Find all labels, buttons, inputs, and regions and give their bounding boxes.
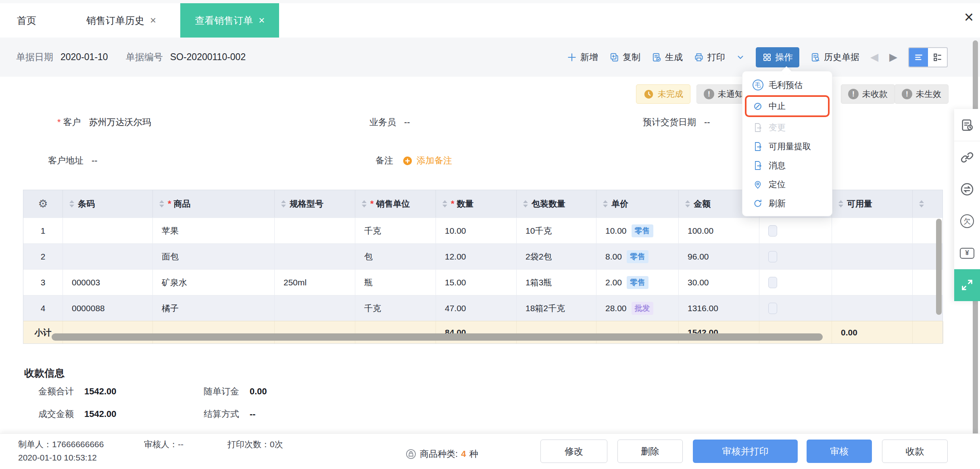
clock-icon: [643, 89, 654, 100]
tab-home[interactable]: 首页: [2, 3, 51, 38]
window-close-icon[interactable]: ×: [964, 9, 974, 25]
audit-and-print-button[interactable]: 审核并打印: [693, 440, 798, 463]
delivery-date-value: --: [704, 117, 710, 128]
next-doc-arrow-icon[interactable]: ▶: [889, 51, 897, 63]
delivery-date-field: 预计交货日期 --: [643, 116, 710, 128]
subtotal-available: 0.00: [832, 321, 913, 343]
transfer-button[interactable]: [954, 173, 980, 205]
column-settings-header: ⚙: [23, 190, 63, 218]
history-docs-button[interactable]: 历史单据: [810, 51, 859, 63]
money-button[interactable]: ¥: [954, 237, 980, 269]
add-remark-button[interactable]: 添加备注: [402, 155, 452, 167]
header-price: 单价: [596, 190, 679, 218]
receive-payment-button[interactable]: 收款: [882, 440, 948, 463]
print-button[interactable]: 打印: [694, 51, 725, 63]
sort-icon[interactable]: [685, 200, 690, 207]
message-icon: [753, 161, 763, 170]
copy-button[interactable]: 复制: [609, 51, 640, 63]
status-badge-ineffective: ! 未生效: [895, 84, 949, 104]
sort-icon[interactable]: [603, 200, 608, 207]
doc-clock-icon: [960, 118, 974, 132]
print-count-value: 0次: [270, 440, 283, 449]
menu-item-locate[interactable]: 定位: [742, 175, 832, 194]
menu-item-message[interactable]: 消息: [742, 156, 832, 175]
order-log-button[interactable]: [954, 109, 980, 141]
list-view-button[interactable]: [909, 48, 928, 67]
table-row: 3 000003 矿泉水 250ml 瓶 15.00 1箱3瓶 2.00零售 3…: [23, 269, 942, 295]
close-icon[interactable]: ×: [150, 14, 156, 27]
expand-button[interactable]: [954, 269, 980, 301]
card-view-button[interactable]: [928, 48, 947, 67]
price-type-badge: 零售: [627, 276, 648, 289]
delete-button[interactable]: 删除: [617, 440, 683, 463]
header-available: 可用量: [832, 190, 913, 218]
yen-ticket-icon: ¥: [960, 248, 974, 259]
table-row: 1 苹果 千克 10.00 10千克 10.00零售 100.00: [23, 218, 942, 243]
menu-item-refresh[interactable]: 刷新: [742, 194, 832, 213]
plus-icon: [567, 52, 577, 63]
created-time: 2020-01-10 10:53:12: [18, 453, 97, 463]
product-cell: 矿泉水: [153, 270, 275, 295]
status-badge-unfinished: 未完成: [636, 84, 690, 104]
creator-value: 17666666666: [52, 440, 104, 449]
header-barcode: 条码: [63, 190, 153, 218]
print-icon: [694, 52, 704, 63]
sort-icon[interactable]: [362, 200, 367, 207]
menu-item-abort[interactable]: ⊘ 中止: [745, 95, 830, 117]
deposit-field: 随单订金 0.00: [204, 385, 267, 398]
table-row: 2 面包 包 12.00 2袋2包 8.00零售 96.00: [23, 243, 942, 269]
horizontal-scrollbar[interactable]: [52, 333, 823, 341]
tab-view-sales-order[interactable]: 查看销售订单 ×: [180, 3, 279, 38]
category-count-info: 商品种类: 4 种: [405, 448, 478, 460]
sort-icon[interactable]: [919, 200, 924, 207]
deal-amount-field: 成交金额 1542.00: [38, 408, 117, 420]
history-doc-icon: [810, 52, 821, 63]
action-button[interactable]: 操作: [756, 47, 799, 67]
debt-icon: 欠: [960, 214, 974, 228]
address-field: 客户地址 --: [48, 155, 98, 167]
product-cell: 苹果: [153, 218, 275, 243]
required-asterisk: *: [168, 199, 171, 209]
payment-section-title: 收款信息: [24, 366, 65, 380]
expand-icon: [960, 278, 974, 292]
chevron-down-icon[interactable]: [736, 53, 745, 62]
list-view-icon: [913, 52, 924, 63]
doc-date-label: 单据日期: [16, 51, 53, 63]
sort-icon[interactable]: [442, 200, 447, 207]
copy-icon: [609, 52, 619, 63]
sort-icon[interactable]: [523, 200, 528, 207]
generate-icon: [651, 52, 662, 63]
audit-button[interactable]: 审核: [807, 440, 872, 463]
close-icon[interactable]: ×: [259, 14, 265, 27]
prev-doc-arrow-icon[interactable]: ◀: [870, 51, 878, 63]
new-button[interactable]: 新增: [567, 51, 598, 63]
tab-sales-order-history[interactable]: 销售订单历史 ×: [72, 3, 171, 38]
gear-icon[interactable]: ⚙: [38, 197, 48, 210]
refresh-icon: [753, 199, 763, 208]
settlement-value: --: [250, 409, 256, 419]
price-type-badge: 批发: [632, 302, 653, 315]
exchange-icon: [960, 182, 974, 197]
debt-button[interactable]: 欠: [954, 205, 980, 237]
menu-item-available-extract[interactable]: 可用量提取: [742, 137, 832, 156]
document-meta: 单据日期 2020-01-10 单据编号 SO-20200110-002: [16, 51, 263, 63]
product-cell: 橘子: [153, 295, 275, 321]
row-checkbox[interactable]: [768, 225, 777, 237]
toolbar-actions: 新增 复制 生成 打印 操作 历史单据 ◀ ▶: [567, 47, 948, 67]
related-docs-button[interactable]: [954, 141, 980, 173]
bag-icon: [405, 448, 417, 460]
sort-icon[interactable]: [281, 200, 286, 207]
generate-button[interactable]: 生成: [651, 51, 683, 63]
row-checkbox[interactable]: [768, 303, 777, 314]
table-vertical-scrollbar[interactable]: [936, 219, 942, 315]
modify-button[interactable]: 修改: [540, 440, 607, 463]
sort-icon[interactable]: [159, 200, 164, 207]
sort-icon[interactable]: [69, 200, 74, 207]
sort-icon[interactable]: [838, 200, 843, 207]
exclaim-icon: !: [848, 89, 859, 99]
row-checkbox[interactable]: [768, 277, 777, 288]
menu-item-profit-estimate[interactable]: 毛 毛利预估: [742, 75, 832, 94]
tab-label: 首页: [17, 14, 36, 27]
salesman-field: 业务员 --: [369, 116, 410, 128]
row-checkbox[interactable]: [768, 251, 777, 262]
